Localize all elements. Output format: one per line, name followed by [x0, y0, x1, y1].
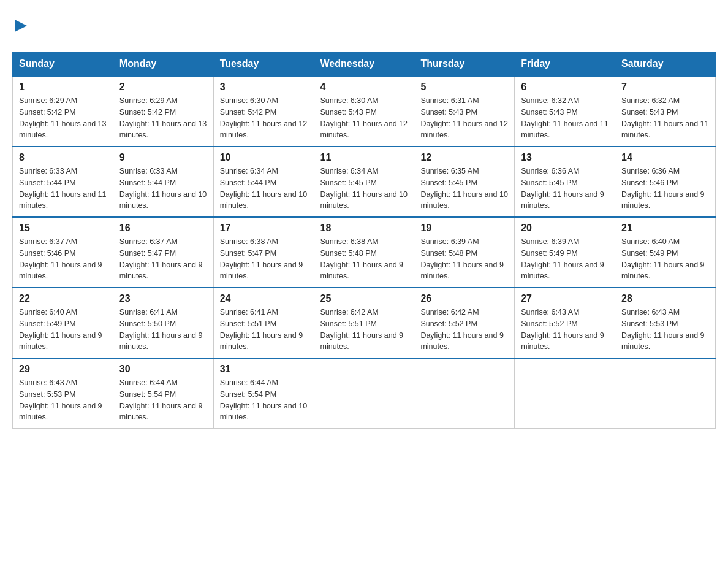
- day-info: Sunrise: 6:29 AMSunset: 5:42 PMDaylight:…: [19, 95, 107, 141]
- day-number: 29: [19, 364, 107, 375]
- logo: [12, 18, 27, 34]
- day-info: Sunrise: 6:41 AMSunset: 5:50 PMDaylight:…: [119, 307, 207, 353]
- day-info: Sunrise: 6:43 AMSunset: 5:52 PMDaylight:…: [521, 307, 609, 353]
- day-number: 8: [19, 152, 107, 163]
- calendar-day-25: 25Sunrise: 6:42 AMSunset: 5:51 PMDayligh…: [314, 288, 414, 358]
- day-number: 2: [119, 82, 207, 93]
- empty-cell: [615, 358, 716, 429]
- calendar-header-sunday: Sunday: [13, 52, 113, 77]
- calendar-day-6: 6Sunrise: 6:32 AMSunset: 5:43 PMDaylight…: [515, 76, 615, 147]
- calendar-day-7: 7Sunrise: 6:32 AMSunset: 5:43 PMDaylight…: [615, 76, 716, 147]
- calendar-day-23: 23Sunrise: 6:41 AMSunset: 5:50 PMDayligh…: [113, 288, 213, 358]
- calendar-day-12: 12Sunrise: 6:35 AMSunset: 5:45 PMDayligh…: [414, 147, 515, 217]
- calendar-day-15: 15Sunrise: 6:37 AMSunset: 5:46 PMDayligh…: [13, 217, 113, 288]
- calendar-day-17: 17Sunrise: 6:38 AMSunset: 5:47 PMDayligh…: [213, 217, 314, 288]
- day-number: 21: [621, 223, 709, 234]
- day-number: 9: [119, 152, 207, 163]
- day-info: Sunrise: 6:43 AMSunset: 5:53 PMDaylight:…: [621, 307, 709, 353]
- day-number: 22: [19, 293, 107, 304]
- day-number: 15: [19, 223, 107, 234]
- day-info: Sunrise: 6:29 AMSunset: 5:42 PMDaylight:…: [119, 95, 207, 141]
- logo-wrapper: [12, 18, 27, 34]
- calendar-day-19: 19Sunrise: 6:39 AMSunset: 5:48 PMDayligh…: [414, 217, 515, 288]
- day-number: 30: [119, 364, 207, 375]
- calendar-day-2: 2Sunrise: 6:29 AMSunset: 5:42 PMDaylight…: [113, 76, 213, 147]
- page-header: [12, 12, 716, 40]
- calendar-day-1: 1Sunrise: 6:29 AMSunset: 5:42 PMDaylight…: [13, 76, 113, 147]
- day-number: 26: [420, 293, 508, 304]
- calendar-day-26: 26Sunrise: 6:42 AMSunset: 5:52 PMDayligh…: [414, 288, 515, 358]
- day-info: Sunrise: 6:38 AMSunset: 5:47 PMDaylight:…: [220, 236, 308, 282]
- calendar-day-3: 3Sunrise: 6:30 AMSunset: 5:42 PMDaylight…: [213, 76, 314, 147]
- calendar-day-8: 8Sunrise: 6:33 AMSunset: 5:44 PMDaylight…: [13, 147, 113, 217]
- day-info: Sunrise: 6:33 AMSunset: 5:44 PMDaylight:…: [119, 166, 207, 212]
- calendar-week-3: 15Sunrise: 6:37 AMSunset: 5:46 PMDayligh…: [13, 217, 716, 288]
- svg-marker-0: [15, 20, 27, 32]
- day-number: 23: [119, 293, 207, 304]
- calendar-day-14: 14Sunrise: 6:36 AMSunset: 5:46 PMDayligh…: [615, 147, 716, 217]
- calendar-day-21: 21Sunrise: 6:40 AMSunset: 5:49 PMDayligh…: [615, 217, 716, 288]
- day-number: 12: [420, 152, 508, 163]
- day-number: 7: [621, 82, 709, 93]
- calendar-day-30: 30Sunrise: 6:44 AMSunset: 5:54 PMDayligh…: [113, 358, 213, 429]
- day-info: Sunrise: 6:44 AMSunset: 5:54 PMDaylight:…: [220, 377, 308, 423]
- day-number: 25: [320, 293, 408, 304]
- day-number: 6: [521, 82, 609, 93]
- day-info: Sunrise: 6:39 AMSunset: 5:49 PMDaylight:…: [521, 236, 609, 282]
- day-number: 1: [19, 82, 107, 93]
- day-number: 18: [320, 223, 408, 234]
- day-number: 16: [119, 223, 207, 234]
- day-info: Sunrise: 6:42 AMSunset: 5:51 PMDaylight:…: [320, 307, 408, 353]
- calendar-header-row: SundayMondayTuesdayWednesdayThursdayFrid…: [13, 52, 716, 77]
- calendar-week-2: 8Sunrise: 6:33 AMSunset: 5:44 PMDaylight…: [13, 147, 716, 217]
- day-info: Sunrise: 6:32 AMSunset: 5:43 PMDaylight:…: [621, 95, 709, 141]
- calendar-header-wednesday: Wednesday: [314, 52, 414, 77]
- calendar-day-28: 28Sunrise: 6:43 AMSunset: 5:53 PMDayligh…: [615, 288, 716, 358]
- calendar-week-4: 22Sunrise: 6:40 AMSunset: 5:49 PMDayligh…: [13, 288, 716, 358]
- day-number: 20: [521, 223, 609, 234]
- calendar-day-5: 5Sunrise: 6:31 AMSunset: 5:43 PMDaylight…: [414, 76, 515, 147]
- calendar-day-16: 16Sunrise: 6:37 AMSunset: 5:47 PMDayligh…: [113, 217, 213, 288]
- calendar-day-31: 31Sunrise: 6:44 AMSunset: 5:54 PMDayligh…: [213, 358, 314, 429]
- calendar-day-27: 27Sunrise: 6:43 AMSunset: 5:52 PMDayligh…: [515, 288, 615, 358]
- day-info: Sunrise: 6:44 AMSunset: 5:54 PMDaylight:…: [119, 377, 207, 423]
- day-info: Sunrise: 6:34 AMSunset: 5:44 PMDaylight:…: [220, 166, 308, 212]
- day-number: 11: [320, 152, 408, 163]
- day-info: Sunrise: 6:33 AMSunset: 5:44 PMDaylight:…: [19, 166, 107, 212]
- day-info: Sunrise: 6:37 AMSunset: 5:47 PMDaylight:…: [119, 236, 207, 282]
- day-info: Sunrise: 6:35 AMSunset: 5:45 PMDaylight:…: [420, 166, 508, 212]
- logo-triangle-icon: [15, 20, 27, 32]
- day-info: Sunrise: 6:40 AMSunset: 5:49 PMDaylight:…: [19, 307, 107, 353]
- day-info: Sunrise: 6:34 AMSunset: 5:45 PMDaylight:…: [320, 166, 408, 212]
- calendar-day-20: 20Sunrise: 6:39 AMSunset: 5:49 PMDayligh…: [515, 217, 615, 288]
- day-info: Sunrise: 6:39 AMSunset: 5:48 PMDaylight:…: [420, 236, 508, 282]
- day-number: 28: [621, 293, 709, 304]
- calendar-table: SundayMondayTuesdayWednesdayThursdayFrid…: [12, 52, 716, 429]
- calendar-day-9: 9Sunrise: 6:33 AMSunset: 5:44 PMDaylight…: [113, 147, 213, 217]
- empty-cell: [515, 358, 615, 429]
- calendar-header-tuesday: Tuesday: [213, 52, 314, 77]
- empty-cell: [314, 358, 414, 429]
- calendar-week-5: 29Sunrise: 6:43 AMSunset: 5:53 PMDayligh…: [13, 358, 716, 429]
- day-number: 13: [521, 152, 609, 163]
- calendar-day-10: 10Sunrise: 6:34 AMSunset: 5:44 PMDayligh…: [213, 147, 314, 217]
- day-number: 17: [220, 223, 308, 234]
- day-info: Sunrise: 6:36 AMSunset: 5:46 PMDaylight:…: [621, 166, 709, 212]
- day-info: Sunrise: 6:38 AMSunset: 5:48 PMDaylight:…: [320, 236, 408, 282]
- calendar-header-monday: Monday: [113, 52, 213, 77]
- day-info: Sunrise: 6:40 AMSunset: 5:49 PMDaylight:…: [621, 236, 709, 282]
- calendar-day-24: 24Sunrise: 6:41 AMSunset: 5:51 PMDayligh…: [213, 288, 314, 358]
- day-info: Sunrise: 6:41 AMSunset: 5:51 PMDaylight:…: [220, 307, 308, 353]
- day-info: Sunrise: 6:31 AMSunset: 5:43 PMDaylight:…: [420, 95, 508, 141]
- calendar-week-1: 1Sunrise: 6:29 AMSunset: 5:42 PMDaylight…: [13, 76, 716, 147]
- calendar-day-4: 4Sunrise: 6:30 AMSunset: 5:43 PMDaylight…: [314, 76, 414, 147]
- logo-top: [12, 18, 27, 34]
- calendar-day-11: 11Sunrise: 6:34 AMSunset: 5:45 PMDayligh…: [314, 147, 414, 217]
- calendar-day-13: 13Sunrise: 6:36 AMSunset: 5:45 PMDayligh…: [515, 147, 615, 217]
- calendar-header-friday: Friday: [515, 52, 615, 77]
- day-number: 10: [220, 152, 308, 163]
- calendar-day-22: 22Sunrise: 6:40 AMSunset: 5:49 PMDayligh…: [13, 288, 113, 358]
- day-info: Sunrise: 6:43 AMSunset: 5:53 PMDaylight:…: [19, 377, 107, 423]
- day-info: Sunrise: 6:30 AMSunset: 5:43 PMDaylight:…: [320, 95, 408, 141]
- day-info: Sunrise: 6:30 AMSunset: 5:42 PMDaylight:…: [220, 95, 308, 141]
